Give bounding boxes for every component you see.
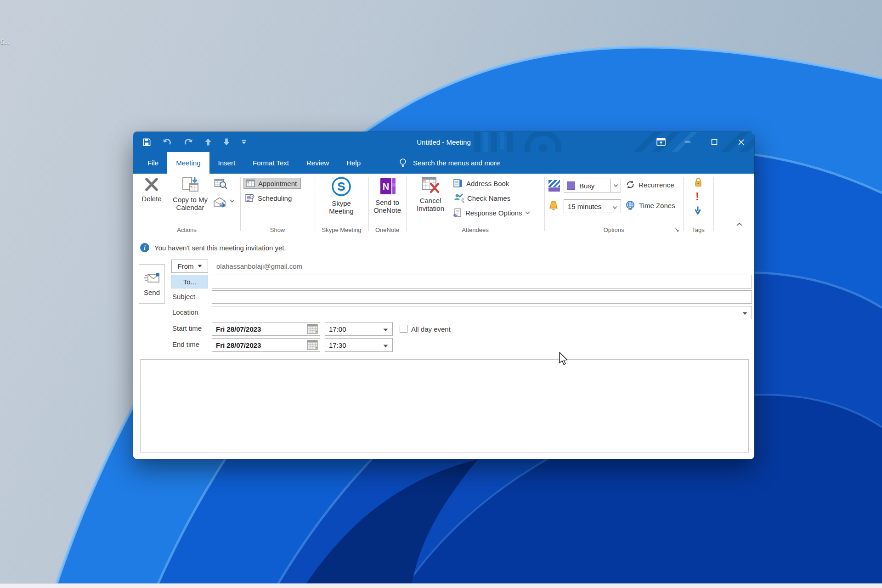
tab-meeting[interactable]: Meeting <box>167 152 209 174</box>
send-button[interactable]: Send <box>139 264 165 304</box>
high-importance-icon[interactable]: ! <box>695 191 699 202</box>
start-date-picker-icon[interactable] <box>307 324 320 334</box>
from-button[interactable]: From <box>171 260 208 273</box>
search-menus[interactable]: Search the menus and more <box>399 152 500 174</box>
end-date-value: Fri 28/07/2023 <box>212 341 307 349</box>
subject-label: Subject <box>172 293 195 300</box>
location-field[interactable] <box>212 306 752 319</box>
outlook-meeting-window: Untitled - Meeting File Meeting Insert F… <box>133 132 754 459</box>
titlebar: Untitled - Meeting <box>133 132 754 152</box>
save-icon[interactable] <box>142 138 151 147</box>
show-as-value: Busy <box>578 182 611 190</box>
address-book-icon <box>453 179 463 188</box>
cancel-invitation-button[interactable]: Cancel Invitation <box>411 176 450 213</box>
message-bar: i You haven't sent this meeting invitati… <box>140 243 286 253</box>
to-button[interactable]: To... <box>171 275 208 288</box>
address-book-button[interactable]: Address Book <box>453 179 509 188</box>
next-item-icon[interactable] <box>223 138 230 146</box>
ribbon-group-separator <box>713 177 714 231</box>
taskbar-strip[interactable] <box>0 583 882 588</box>
end-date-field[interactable]: Fri 28/07/2023 <box>212 338 320 352</box>
tab-file[interactable]: File <box>139 152 167 174</box>
send-envelope-icon <box>144 272 160 284</box>
busy-status-swatch <box>567 181 575 190</box>
tab-format-text[interactable]: Format Text <box>244 152 298 174</box>
tab-help[interactable]: Help <box>338 152 369 174</box>
response-options-button[interactable]: Response Options <box>453 208 530 217</box>
group-label-show: Show <box>240 226 315 233</box>
svg-text:i: i <box>144 244 146 251</box>
end-time-combo[interactable]: 17:30 <box>325 338 393 352</box>
copy-to-calendar-icon <box>181 176 200 193</box>
desktop-icon-label-fragment[interactable]: 6... <box>0 38 9 45</box>
start-date-field[interactable]: Fri 28/07/2023 <box>212 322 320 336</box>
group-label-tags: Tags <box>683 226 713 233</box>
check-names-button[interactable]: @ Check Names <box>453 193 510 203</box>
group-label-onenote: OneNote <box>368 226 406 233</box>
forward-dropdown-icon[interactable] <box>230 199 235 203</box>
ribbon-group-skype-meeting: S Skype Meeting Skype Meeting <box>315 174 368 235</box>
recurrence-button[interactable]: Recurrence <box>625 180 674 189</box>
delete-button[interactable]: Delete <box>137 177 166 203</box>
previous-item-icon[interactable] <box>204 138 212 146</box>
cancel-invitation-icon <box>421 176 440 194</box>
appointment-button[interactable]: Appointment <box>243 178 301 189</box>
calendar-search-icon <box>214 178 228 190</box>
show-as-caret[interactable] <box>611 179 621 192</box>
all-day-checkbox[interactable] <box>400 325 407 333</box>
maximize-button[interactable] <box>701 132 728 152</box>
ribbon-group-attendees: Cancel Invitation Address Book @ Check N… <box>406 174 544 235</box>
low-importance-icon[interactable] <box>694 206 702 215</box>
send-to-onenote-button[interactable]: N Send to OneNote <box>370 176 404 215</box>
svg-text:S: S <box>337 180 345 193</box>
group-label-options: Options <box>544 226 683 233</box>
tab-review[interactable]: Review <box>298 152 338 174</box>
reminder-combo[interactable]: 15 minutes <box>564 199 621 213</box>
skype-meeting-button[interactable]: S Skype Meeting <box>323 176 360 215</box>
show-as-combo[interactable]: Busy <box>564 179 621 192</box>
to-input[interactable] <box>212 275 752 288</box>
info-icon: i <box>140 243 150 253</box>
appointment-icon <box>246 179 255 187</box>
scheduling-button[interactable]: Scheduling <box>245 194 292 202</box>
reminder-bell-icon <box>548 200 559 211</box>
ribbon-group-tags: ! Tags <box>683 174 713 235</box>
location-dropdown-icon[interactable] <box>742 309 752 317</box>
undo-icon[interactable] <box>162 138 172 146</box>
globe-icon <box>625 200 636 211</box>
lightbulb-icon <box>399 158 407 169</box>
response-options-icon <box>453 208 462 217</box>
check-names-icon: @ <box>453 193 464 203</box>
ribbon-group-show: Appointment Scheduling Show <box>240 174 315 235</box>
start-time-label: Start time <box>172 324 202 332</box>
ribbon: Delete Copy to My Calendar <box>133 174 754 235</box>
scheduling-icon <box>245 194 254 202</box>
end-date-picker-icon[interactable] <box>307 340 320 350</box>
show-as-icon <box>548 180 560 192</box>
subject-input[interactable] <box>212 290 752 304</box>
start-time-dropdown-icon[interactable] <box>383 325 392 333</box>
ribbon-tab-row: File Meeting Insert Format Text Review H… <box>133 152 754 174</box>
time-zones-button[interactable]: Time Zones <box>625 200 675 211</box>
svg-text:N: N <box>383 181 389 192</box>
svg-text:@: @ <box>461 197 464 203</box>
search-menus-label: Search the menus and more <box>413 159 500 167</box>
forward-button[interactable] <box>213 197 227 208</box>
minimize-button[interactable] <box>674 132 701 152</box>
close-button[interactable] <box>728 132 754 152</box>
chevron-down-icon <box>525 211 530 215</box>
customize-qat-icon[interactable] <box>241 139 247 145</box>
copy-to-my-calendar-button[interactable]: Copy to My Calendar <box>166 176 214 212</box>
view-in-calendar-button[interactable] <box>214 178 228 190</box>
meeting-body-editor[interactable] <box>140 359 749 452</box>
location-label: Location <box>172 308 198 316</box>
redo-icon[interactable] <box>183 138 193 146</box>
collapse-ribbon-icon[interactable] <box>736 222 743 226</box>
end-time-dropdown-icon[interactable] <box>383 341 392 349</box>
start-time-combo[interactable]: 17:00 <box>325 322 393 336</box>
ribbon-display-options-icon[interactable] <box>648 132 674 152</box>
window-controls <box>648 132 754 152</box>
reminder-caret[interactable] <box>613 203 621 210</box>
tab-insert[interactable]: Insert <box>209 152 244 174</box>
private-lock-icon[interactable] <box>694 177 702 187</box>
